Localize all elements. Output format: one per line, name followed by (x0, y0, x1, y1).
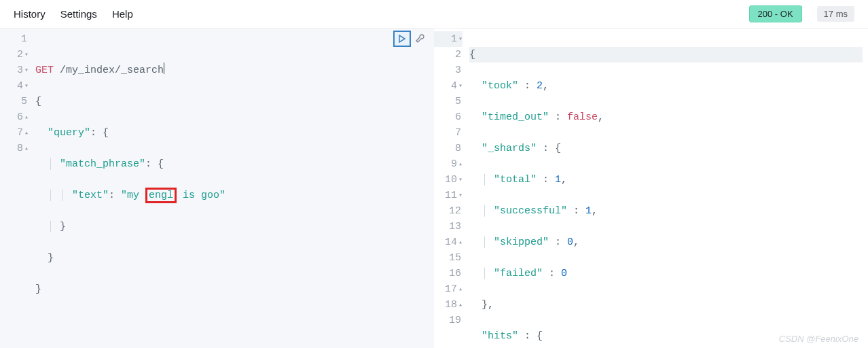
code-token: 0 (567, 237, 573, 248)
line-number: 3 (455, 63, 461, 78)
code-token: is goo" (177, 190, 225, 201)
menu-help[interactable]: Help (112, 8, 133, 20)
request-pane: 1 2▾ 3▾ 4▾ 5 6▴ 7▴ 8▴ GET /my_index/_sea… (0, 29, 434, 348)
code-token: : (543, 268, 561, 279)
line-number: 10 (445, 172, 457, 188)
fold-icon[interactable]: ▾ (458, 188, 463, 203)
code-token: : (109, 190, 121, 201)
response-pane: 1▾ 2 3 4▾ 5 6 7 8 9▴ 10▾ 11▾ 12 13 14▴ 1… (434, 29, 868, 348)
line-number: 17 (445, 281, 457, 297)
tools-button[interactable] (412, 31, 427, 46)
code-token: , (543, 80, 549, 92)
code-token: { (469, 49, 475, 60)
code-token: "_shards" (482, 143, 537, 154)
fold-icon[interactable]: ▴ (24, 141, 29, 156)
line-number: 8 (455, 141, 461, 156)
code-token: "timed_out" (482, 111, 549, 123)
code-token: 0 (561, 268, 567, 279)
line-number: 6 (455, 109, 461, 125)
play-controls (393, 31, 427, 47)
line-number: 5 (455, 94, 461, 109)
fold-icon[interactable]: ▾ (24, 78, 29, 94)
line-number: 11 (445, 188, 457, 203)
code-token: : (567, 205, 585, 217)
code-token: } (48, 252, 54, 264)
line-number: 4 (451, 78, 457, 94)
line-number: 4 (17, 78, 23, 94)
fold-icon[interactable]: ▾ (458, 31, 463, 47)
code-token: : { (90, 127, 109, 139)
code-token: "took" (482, 80, 518, 92)
code-token: : (549, 111, 567, 123)
menu-left: History Settings Help (14, 8, 133, 20)
line-number: 14 (445, 234, 457, 250)
code-token: 1 (555, 174, 561, 186)
code-token: , (561, 174, 567, 186)
line-number: 2 (17, 47, 23, 63)
editor-split: 1 2▾ 3▾ 4▾ 5 6▴ 7▴ 8▴ GET /my_index/_sea… (0, 29, 868, 348)
status-badge: 200 - OK (749, 5, 802, 22)
code-token: "successful" (494, 205, 567, 217)
fold-icon[interactable]: ▾ (458, 172, 463, 188)
fold-icon[interactable]: ▴ (458, 297, 463, 313)
code-token: : (518, 80, 537, 92)
run-button[interactable] (393, 31, 411, 47)
fold-icon[interactable]: ▴ (24, 109, 29, 125)
request-path: /my_index/_search (54, 65, 164, 76)
response-viewer[interactable]: { "took" : 2, "timed_out" : false, "_sha… (467, 29, 868, 348)
play-icon (398, 35, 406, 43)
fold-icon[interactable]: ▾ (24, 47, 29, 63)
line-number: 19 (449, 313, 461, 328)
code-token: : { (518, 330, 543, 342)
line-number: 16 (449, 266, 461, 281)
code-token: "hits" (482, 330, 518, 342)
code-token: false (567, 111, 598, 123)
fold-icon[interactable]: ▴ (458, 234, 463, 250)
fold-icon[interactable]: ▴ (458, 156, 463, 172)
line-number: 3 (17, 63, 23, 78)
line-number: 6 (17, 109, 23, 125)
line-number: 13 (449, 219, 461, 234)
code-token: "query" (48, 127, 90, 139)
code-token: } (35, 283, 41, 295)
code-token: , (598, 111, 604, 123)
code-token: }, (482, 299, 494, 311)
fold-icon[interactable]: ▾ (24, 63, 29, 78)
line-number: 18 (445, 297, 457, 313)
code-token: : { (145, 158, 164, 170)
wrench-icon (414, 33, 425, 44)
code-token: "text" (72, 190, 109, 201)
code-token: engl (149, 190, 173, 201)
code-token: : { (537, 143, 561, 154)
menu-history[interactable]: History (14, 8, 46, 20)
code-token: } (60, 221, 66, 232)
code-token: : (537, 174, 555, 186)
code-token: , (592, 205, 598, 217)
code-token: "match_phrase" (60, 158, 145, 170)
line-number: 7 (17, 125, 23, 141)
request-gutter: 1 2▾ 3▾ 4▾ 5 6▴ 7▴ 8▴ (0, 29, 33, 348)
line-number: 15 (449, 250, 461, 266)
code-token: 2 (537, 80, 543, 92)
line-number: 9 (451, 156, 457, 172)
http-method: GET (35, 65, 54, 76)
fold-icon[interactable]: ▴ (458, 281, 463, 297)
menu-settings[interactable]: Settings (60, 8, 97, 20)
fold-icon[interactable]: ▴ (24, 125, 29, 141)
line-number: 8 (17, 141, 23, 156)
menubar: History Settings Help 200 - OK 17 ms (0, 0, 868, 29)
code-token: "total" (494, 174, 537, 186)
line-number: 5 (21, 94, 27, 109)
request-editor[interactable]: GET /my_index/_search { "query": { │ "ma… (33, 29, 434, 348)
code-token: { (35, 96, 41, 107)
line-number: 12 (449, 203, 461, 219)
fold-icon[interactable]: ▾ (458, 78, 463, 94)
code-token: : (549, 237, 567, 248)
code-token: "failed" (494, 268, 543, 279)
time-badge: 17 ms (817, 6, 854, 22)
line-number: 2 (455, 47, 461, 63)
code-token: "skipped" (494, 237, 549, 248)
line-number: 1 (451, 31, 457, 47)
code-token: "my (121, 190, 145, 201)
response-gutter: 1▾ 2 3 4▾ 5 6 7 8 9▴ 10▾ 11▾ 12 13 14▴ 1… (434, 29, 467, 348)
